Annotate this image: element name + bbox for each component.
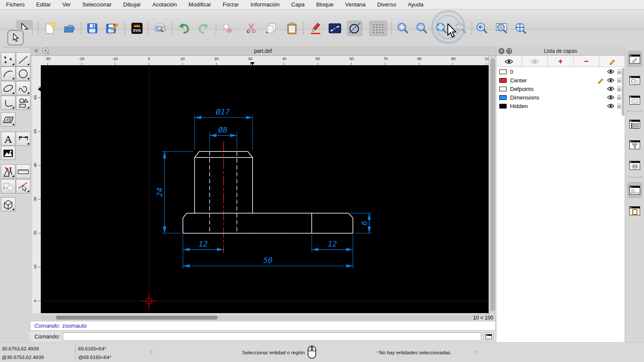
redo-button[interactable] [196, 21, 211, 36]
canvas-horizontal-scrollbar[interactable] [41, 315, 477, 320]
solid-3d-tool-button[interactable] [1, 197, 15, 211]
line-tool-button[interactable] [16, 52, 30, 66]
copy-button[interactable]: + [264, 21, 279, 36]
layer-row-defpoints[interactable]: Defpoints [496, 84, 625, 93]
zoom-window-button[interactable] [495, 21, 509, 36]
open-document-button[interactable] [62, 21, 77, 36]
zoom-out-button[interactable] [415, 21, 429, 36]
dock-command-window-button[interactable] [627, 182, 642, 198]
show-all-layers-button[interactable] [496, 56, 522, 66]
dock-insert-window-button[interactable] [627, 157, 642, 173]
zoom-redraw-icon [455, 22, 467, 34]
scrollbar-thumb[interactable] [490, 58, 495, 311]
circle-tool-button[interactable] [16, 66, 30, 81]
add-layer-button[interactable]: + [548, 56, 574, 66]
menu-diverso[interactable]: Diverso [377, 1, 396, 8]
print-preview-button[interactable] [153, 21, 167, 36]
layer-visible-icon[interactable] [607, 103, 614, 109]
dock-drawing-window-button[interactable] [627, 51, 642, 67]
modify-tool-button[interactable] [1, 164, 15, 178]
save-button[interactable] [85, 21, 100, 36]
zoom-auto-icon [436, 22, 448, 34]
pick-entity-tool-button[interactable] [16, 179, 30, 193]
remove-layer-button[interactable]: − [574, 56, 599, 66]
save-as-button[interactable] [105, 21, 120, 36]
entity-attributes-button[interactable] [347, 21, 362, 36]
dock-library-window-button[interactable] [627, 92, 642, 108]
grid-toggle-button[interactable] [369, 21, 387, 36]
polygon-tool-button[interactable] [16, 96, 30, 110]
layer-visible-icon[interactable] [607, 69, 614, 74]
hatch-tool-button[interactable] [1, 112, 15, 127]
command-window-button[interactable] [484, 332, 494, 341]
layer-row-hidden[interactable]: Hidden [496, 102, 625, 110]
command-input[interactable] [63, 332, 481, 341]
zoom-redraw-button[interactable] [454, 21, 468, 36]
points-tool-button[interactable] [1, 52, 15, 66]
delete-button[interactable] [220, 21, 235, 36]
menu-capa[interactable]: Capa [291, 1, 304, 8]
layer-row-center[interactable]: Center [496, 76, 625, 84]
svg-export-button[interactable]: SVG [130, 21, 144, 36]
ruler-tick-label: 20 [33, 227, 37, 238]
cut-button[interactable]: + [244, 21, 258, 36]
edit-layer-button[interactable] [599, 56, 625, 66]
polyline-tool-button[interactable] [1, 96, 15, 110]
tool-options-select-button[interactable] [7, 30, 24, 45]
tab-title[interactable]: part.dxf [30, 48, 496, 54]
dimension-style-button[interactable] [328, 21, 342, 36]
menu-modificar[interactable]: Modificar [188, 1, 211, 8]
layer-panel-scrollbar[interactable] [622, 68, 624, 116]
menu-bloque[interactable]: Bloque [316, 1, 333, 8]
layer-lock-icon[interactable] [617, 86, 622, 92]
dimension-tool-button[interactable] [16, 132, 30, 146]
dock-block-window-button[interactable] [627, 72, 642, 88]
zoom-out-icon [416, 22, 428, 34]
menu-ayuda[interactable]: Ayuda [408, 1, 424, 8]
pick-entity-icon [17, 181, 29, 193]
layer-lock-icon[interactable] [617, 94, 622, 100]
spline-tool-button[interactable] [16, 81, 30, 95]
paste-button[interactable] [285, 21, 299, 36]
layer-lock-icon[interactable] [617, 69, 622, 75]
drawing-canvas[interactable]: Ø17 Ø8 24 12 12 50 6 [41, 65, 489, 313]
menu-editar[interactable]: Editar [36, 1, 51, 8]
layer-visible-icon[interactable] [607, 86, 614, 91]
pen-attributes-button[interactable] [308, 21, 323, 36]
dock-layer-list-window-button[interactable] [627, 116, 642, 132]
menu-forzar[interactable]: Forzar [223, 1, 239, 8]
arc-tool-button[interactable] [1, 66, 15, 81]
measure-tool-button[interactable] [16, 164, 30, 178]
layer-lock-icon[interactable] [617, 103, 622, 109]
zoom-pan-button[interactable] [514, 21, 529, 36]
layer-visible-icon[interactable] [607, 78, 614, 83]
layer-visible-icon[interactable] [607, 95, 614, 100]
ellipse-tool-button[interactable] [1, 81, 15, 95]
menu-ver[interactable]: Ver [62, 1, 71, 8]
layer-row-0[interactable]: 0 [496, 67, 625, 76]
layer-lock-icon[interactable] [617, 77, 622, 83]
menu-seleccionar[interactable]: Seleccionar [82, 1, 112, 8]
image-tool-button[interactable] [1, 146, 15, 160]
dock-clipboard-window-button[interactable] [627, 202, 642, 219]
new-document-button[interactable] [43, 21, 57, 36]
menu-informacion[interactable]: Información [250, 1, 279, 8]
menu-fichero[interactable]: Fichero [6, 1, 24, 8]
dock-filter-window-button[interactable] [627, 136, 642, 153]
select-tool-button[interactable] [1, 179, 15, 193]
save-floppy-icon [87, 23, 98, 34]
undo-button[interactable] [177, 21, 191, 36]
layer-row-dimensions[interactable]: Dimensions [496, 93, 625, 102]
menu-dibujar[interactable]: Dibujar [123, 1, 141, 8]
hide-all-layers-button[interactable] [522, 56, 548, 66]
zoom-previous-button[interactable] [475, 21, 489, 36]
menu-ventana[interactable]: Ventana [345, 1, 366, 8]
block-window-icon [629, 76, 640, 85]
scrollbar-thumb[interactable] [56, 316, 218, 320]
mouse-icon [307, 345, 316, 359]
text-tool-button[interactable]: A [1, 132, 15, 146]
canvas-vertical-scrollbar[interactable] [489, 56, 496, 314]
zoom-in-button[interactable] [396, 21, 410, 36]
zoom-auto-button[interactable] [434, 21, 449, 36]
menu-acotacion[interactable]: Acotación [152, 1, 177, 8]
